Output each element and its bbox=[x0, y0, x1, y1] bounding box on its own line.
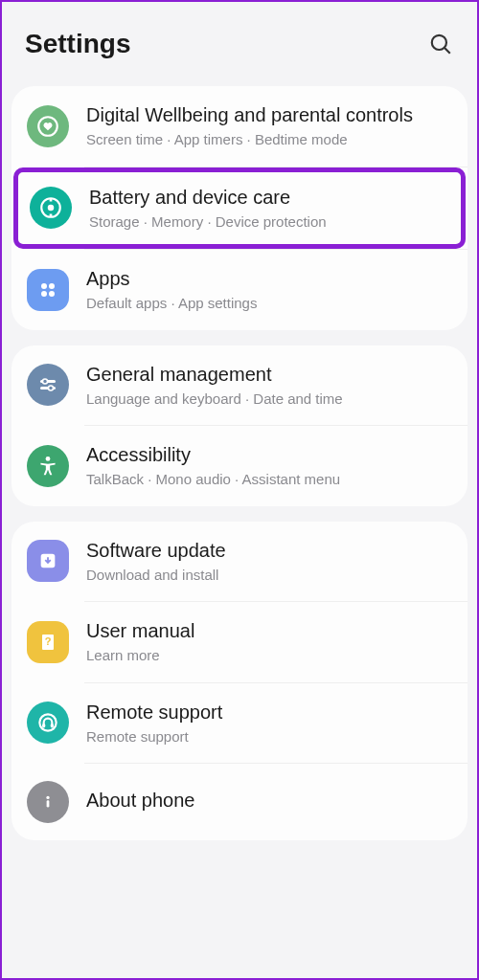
settings-section-3: Software update Download and install ? U… bbox=[11, 522, 468, 841]
settings-item-remote-support[interactable]: Remote support Remote support bbox=[11, 683, 468, 764]
highlight-battery-care: Battery and device care Storage · Memory… bbox=[13, 167, 466, 250]
settings-item-accessibility[interactable]: Accessibility TalkBack · Mono audio · As… bbox=[11, 426, 468, 506]
item-title: General management bbox=[86, 363, 452, 387]
svg-point-6 bbox=[49, 283, 55, 289]
item-title: Software update bbox=[86, 539, 452, 563]
svg-point-17 bbox=[39, 715, 56, 731]
item-subtitle: Learn more bbox=[86, 646, 452, 665]
settings-item-user-manual[interactable]: ? User manual Learn more bbox=[11, 602, 468, 682]
settings-item-software-update[interactable]: Software update Download and install bbox=[11, 522, 468, 602]
item-subtitle: TalkBack · Mono audio · Assistant menu bbox=[86, 470, 452, 489]
svg-rect-19 bbox=[51, 724, 54, 727]
item-text: About phone bbox=[86, 789, 452, 815]
svg-point-13 bbox=[46, 457, 51, 461]
apps-icon bbox=[27, 269, 69, 311]
about-phone-icon bbox=[27, 781, 69, 823]
item-subtitle: Remote support bbox=[86, 727, 452, 746]
settings-section-1: Digital Wellbeing and parental controls … bbox=[11, 86, 468, 330]
general-management-icon bbox=[27, 364, 69, 406]
svg-point-20 bbox=[46, 796, 49, 799]
remote-support-icon bbox=[27, 702, 69, 744]
item-text: Software update Download and install bbox=[86, 539, 452, 585]
item-title: Apps bbox=[86, 267, 452, 291]
item-text: Remote support Remote support bbox=[86, 701, 452, 746]
item-text: Battery and device care Storage · Memory… bbox=[89, 186, 449, 232]
item-text: User manual Learn more bbox=[86, 619, 452, 665]
svg-point-5 bbox=[41, 283, 47, 289]
item-title: Accessibility bbox=[86, 443, 452, 467]
svg-point-11 bbox=[43, 379, 48, 384]
settings-item-digital-wellbeing[interactable]: Digital Wellbeing and parental controls … bbox=[11, 86, 468, 167]
svg-point-7 bbox=[41, 291, 47, 297]
item-text: Apps Default apps · App settings bbox=[86, 267, 452, 313]
device-care-icon bbox=[30, 187, 72, 229]
settings-item-general-management[interactable]: General management Language and keyboard… bbox=[11, 345, 468, 426]
svg-rect-18 bbox=[42, 724, 45, 727]
item-title: Battery and device care bbox=[89, 186, 449, 210]
settings-item-battery-care[interactable]: Battery and device care Storage · Memory… bbox=[18, 172, 461, 245]
settings-item-about-phone[interactable]: About phone bbox=[11, 764, 468, 840]
item-subtitle: Download and install bbox=[86, 566, 452, 585]
svg-point-0 bbox=[432, 35, 446, 50]
item-subtitle: Default apps · App settings bbox=[86, 294, 452, 313]
user-manual-icon: ? bbox=[27, 621, 69, 663]
search-button[interactable] bbox=[427, 31, 454, 57]
settings-section-2: General management Language and keyboard… bbox=[11, 345, 468, 506]
page-title: Settings bbox=[25, 29, 130, 59]
item-title: User manual bbox=[86, 619, 452, 643]
svg-line-1 bbox=[445, 48, 450, 54]
svg-point-12 bbox=[49, 386, 54, 390]
item-text: Accessibility TalkBack · Mono audio · As… bbox=[86, 443, 452, 489]
settings-item-apps[interactable]: Apps Default apps · App settings bbox=[11, 250, 468, 330]
item-subtitle: Storage · Memory · Device protection bbox=[89, 212, 449, 232]
item-title: About phone bbox=[86, 789, 452, 813]
search-icon bbox=[428, 32, 453, 56]
svg-point-4 bbox=[48, 205, 55, 212]
wellbeing-icon bbox=[27, 105, 69, 147]
item-text: General management Language and keyboard… bbox=[86, 363, 452, 409]
item-text: Digital Wellbeing and parental controls … bbox=[86, 103, 452, 149]
item-title: Digital Wellbeing and parental controls bbox=[86, 103, 452, 127]
item-subtitle: Language and keyboard · Date and time bbox=[86, 390, 452, 409]
item-subtitle: Screen time · App timers · Bedtime mode bbox=[86, 130, 452, 149]
svg-point-8 bbox=[49, 291, 55, 297]
accessibility-icon bbox=[27, 445, 69, 487]
svg-rect-21 bbox=[47, 800, 50, 807]
svg-text:?: ? bbox=[45, 635, 52, 647]
software-update-icon bbox=[27, 540, 69, 582]
settings-header: Settings bbox=[2, 2, 477, 78]
item-title: Remote support bbox=[86, 701, 452, 724]
